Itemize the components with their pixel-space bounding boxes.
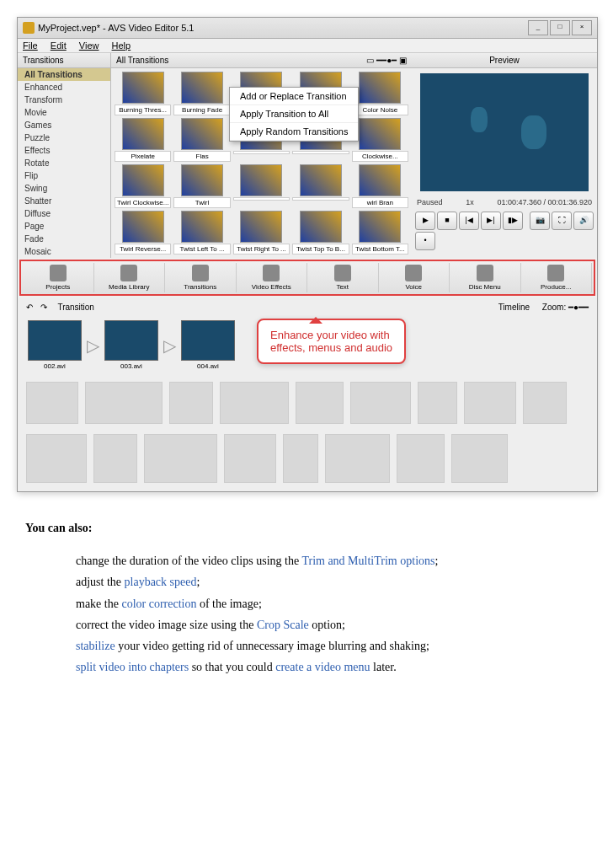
zoom-slider[interactable]: ━●━━ (568, 303, 589, 312)
app-window: MyProject.vep* - AVS Video Editor 5.1 _ … (17, 17, 598, 492)
transition-thumb[interactable]: Color Noise (352, 72, 408, 115)
undo-button[interactable]: ↶ (26, 303, 33, 312)
fullscreen-button[interactable]: ⛶ (552, 212, 572, 230)
transition-thumb[interactable]: Twist Right To ... (233, 211, 290, 255)
toolbar-videoeffects[interactable]: Video Effects (237, 263, 308, 292)
maximize-button[interactable]: □ (550, 20, 570, 35)
doc-list-item: split video into chapters so that you co… (76, 656, 588, 678)
category-item[interactable]: Rotate (18, 157, 110, 169)
transition-thumb[interactable]: Clockwise... (352, 118, 408, 162)
toolbar-transitions[interactable]: Transitions (165, 263, 237, 292)
doc-link[interactable]: Trim and MultiTrim options (301, 555, 434, 567)
transition-thumb[interactable]: Burning Fade (173, 72, 230, 115)
context-apply-all[interactable]: Apply Transition to All (230, 105, 358, 123)
transition-thumb[interactable]: Pixelate (115, 118, 171, 162)
menu-view[interactable]: View (79, 40, 99, 51)
doc-link[interactable]: split video into chapters (76, 661, 189, 673)
category-item[interactable]: Puzzle (18, 131, 110, 144)
timeline-clip[interactable]: 003.avi (104, 320, 158, 370)
transition-thumb[interactable] (233, 164, 290, 208)
titlebar: MyProject.vep* - AVS Video Editor 5.1 _ … (18, 18, 597, 39)
doc-link[interactable]: create a video menu (275, 661, 370, 673)
settings-button[interactable]: • (415, 232, 435, 250)
category-item[interactable]: Enhanced (18, 81, 110, 94)
doc-list-item: make the color correction of the image; (76, 593, 588, 614)
main-toolbar: ProjectsMedia LibraryTransitionsVideo Ef… (19, 260, 595, 296)
categories-header: Transitions (18, 53, 110, 68)
next-button[interactable]: ▶| (481, 212, 501, 230)
category-item[interactable]: Flip (18, 169, 110, 182)
volume-button[interactable]: 🔊 (573, 212, 594, 230)
close-button[interactable]: × (572, 20, 592, 35)
stop-button[interactable]: ■ (437, 212, 457, 230)
toolbar-projects[interactable]: Projects (23, 263, 94, 292)
transition-thumb[interactable]: Twist Left To ... (173, 211, 230, 255)
transition-slot[interactable]: ▷ (87, 335, 99, 356)
doc-link[interactable]: Crop Scale (257, 619, 309, 631)
menu-help[interactable]: Help (112, 40, 131, 51)
transitions-grid-panel: All Transitions ▭ ━━●━ ▣ Burning Thres..… (111, 53, 412, 258)
timeline-label[interactable]: Timeline (498, 303, 530, 312)
categories-panel: Transitions All TransitionsEnhancedTrans… (18, 53, 111, 258)
category-item[interactable]: Movie (18, 106, 110, 119)
snapshot-button[interactable]: 📷 (530, 212, 550, 230)
context-random[interactable]: Apply Random Transitions (230, 123, 358, 141)
category-item[interactable]: Transform (18, 94, 110, 106)
transition-thumb[interactable]: Twist Top To B... (292, 211, 349, 255)
category-item[interactable]: Fade (18, 233, 110, 245)
grid-title: All Transitions (116, 56, 168, 65)
playback-speed: 1x (466, 198, 474, 206)
timeline-clip[interactable]: 004.avi (181, 320, 235, 370)
category-item[interactable]: All Transitions (18, 68, 110, 81)
doc-link[interactable]: color correction (121, 597, 196, 610)
zoom-label: Zoom: (542, 303, 566, 312)
toolbar-text[interactable]: Text (307, 263, 379, 292)
toolbar-discmenu[interactable]: Disc Menu (450, 263, 521, 292)
preview-panel: Preview Paused 1x 01:00:47.360 / 00:01:3… (412, 53, 597, 258)
frame-button[interactable]: ▮▶ (503, 212, 523, 230)
transition-thumb[interactable] (292, 164, 349, 208)
playback-state: Paused (417, 198, 443, 206)
doc-heading: You can also: (25, 522, 92, 534)
redo-button[interactable]: ↷ (40, 303, 47, 312)
transition-thumb[interactable]: Flas (173, 118, 230, 162)
category-item[interactable]: Mosaic (18, 245, 110, 258)
category-item[interactable]: Swing (18, 182, 110, 195)
toolbar-produce[interactable]: Produce... (521, 263, 593, 292)
preview-viewport (420, 73, 589, 191)
playback-time: 01:00:47.360 / 00:01:36.920 (497, 198, 592, 206)
transition-slot[interactable]: ▷ (163, 335, 176, 356)
doc-link[interactable]: playback speed (125, 576, 197, 588)
transition-thumb[interactable]: Burning Thres... (115, 72, 171, 115)
transition-thumb[interactable]: Twist Bottom T... (352, 211, 408, 255)
transition-thumb[interactable]: Twirl Clockwise... (115, 164, 171, 208)
app-icon (23, 22, 35, 34)
menu-file[interactable]: File (23, 40, 38, 51)
toolbar-voice[interactable]: Voice (379, 263, 450, 292)
category-item[interactable]: Diffuse (18, 207, 110, 220)
transition-label: Transition (57, 303, 94, 312)
play-button[interactable]: ▶ (415, 212, 435, 230)
context-add[interactable]: Add or Replace Transition (230, 88, 358, 105)
timeline-area: ↶ ↷ Transition Timeline Zoom: ━●━━ 002.a… (18, 297, 597, 491)
doc-list-item: correct the video image size using the C… (76, 614, 588, 635)
category-item[interactable]: Shatter (18, 195, 110, 207)
menu-edit[interactable]: Edit (51, 40, 67, 51)
preview-header: Preview (412, 53, 597, 68)
toolbar-medialibrary[interactable]: Media Library (94, 263, 166, 292)
transition-thumb[interactable]: wirl Bran (352, 164, 408, 208)
transition-thumb[interactable]: Twirl Reverse... (115, 211, 171, 255)
timeline-clip[interactable]: 002.avi (28, 320, 82, 370)
category-item[interactable]: Games (18, 119, 110, 131)
transition-thumb[interactable]: Twirl (173, 164, 230, 208)
category-item[interactable]: Effects (18, 144, 110, 157)
prev-button[interactable]: |◀ (459, 212, 479, 230)
doc-link[interactable]: stabilize (76, 640, 115, 652)
window-title: MyProject.vep* - AVS Video Editor 5.1 (38, 23, 528, 33)
menubar: File Edit View Help (18, 39, 597, 53)
category-item[interactable]: Page (18, 220, 110, 233)
playback-controls: ▶ ■ |◀ ▶| ▮▶ 📷 ⛶ 🔊 • (412, 208, 597, 254)
doc-list-item: adjust the playback speed; (76, 571, 588, 592)
view-controls[interactable]: ▭ ━━●━ ▣ (366, 56, 407, 65)
minimize-button[interactable]: _ (528, 20, 548, 35)
